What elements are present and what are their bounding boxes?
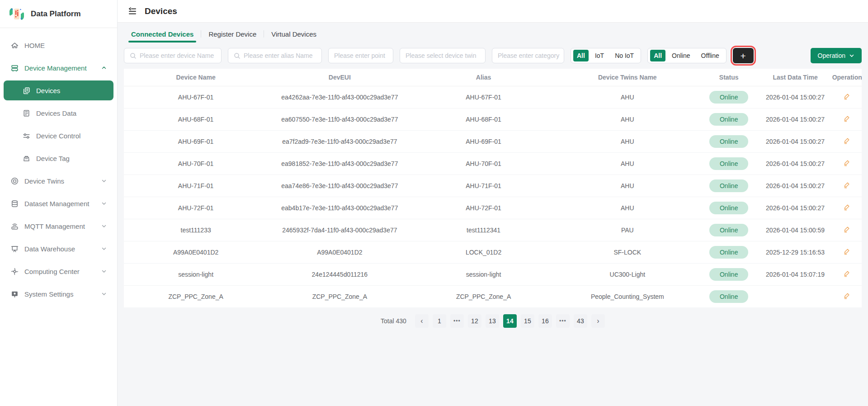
tab-connected-devices[interactable]: Connected Devices [124,23,201,45]
cell-status: Online [699,175,759,197]
cell-deveui: eab4b17e-7e3e-11f0-af43-000c29ad3e77 [268,197,411,219]
status-badge: Online [709,224,748,236]
sidebar-item-label: Device Twins [24,177,95,185]
status-option-online[interactable]: Online [667,50,694,61]
device-name-search-input[interactable]: Please enter device Name [124,48,222,63]
app-root: Data Platform HOME Device Management Dev… [0,0,868,406]
computing-center-icon [10,267,19,276]
edit-icon[interactable] [843,203,851,211]
point-input[interactable]: Please enter point [328,48,393,63]
sidebar-item-label: Devices [36,87,107,94]
iot-option-no-iot[interactable]: No IoT [610,50,638,61]
iot-option-iot[interactable]: IoT [590,50,609,61]
sidebar-item-label: Computing Center [24,268,95,275]
ellipsis-pages[interactable]: ••• [450,314,464,328]
edit-icon[interactable] [843,225,851,233]
page-button[interactable]: 1 [433,314,446,328]
sidebar-item-system-settings[interactable]: System Settings [4,284,113,304]
chevron-left-icon[interactable]: ‹ [415,314,429,328]
tab-virtual-devices[interactable]: Virtual Devices [264,23,324,45]
page-button[interactable]: 14 [503,314,517,328]
edit-icon[interactable] [843,247,851,255]
edit-icon[interactable] [843,92,851,100]
table-row[interactable]: session-light 24e124445d011216 session-l… [124,263,862,285]
table-row[interactable]: ZCP_PPC_Zone_A ZCP_PPC_Zone_A ZCP_PPC_Zo… [124,285,862,307]
alias-search-input[interactable]: Please enter alias Name [228,48,322,63]
sidebar-item-devices-data[interactable]: Devices Data [4,103,113,123]
operation-dropdown-button[interactable]: Operation [811,48,862,63]
cell-device-twins-name: UC300-Light [556,263,699,285]
sidebar-item-computing-center[interactable]: Computing Center [4,261,113,281]
cell-operation [832,219,862,241]
sidebar-item-device-control[interactable]: Device Control [4,126,113,146]
sidebar-item-device-twins[interactable]: Device Twins [4,171,113,191]
cell-status: Online [699,86,759,108]
chevron-right-icon[interactable]: › [591,314,605,328]
chevron-up-icon [101,65,107,71]
home-icon [10,41,19,50]
table-row[interactable]: test111233 2465932f-7da4-11f0-af43-000c2… [124,219,862,241]
sidebar-item-device-tag[interactable]: Device Tag [4,148,113,168]
iot-option-all[interactable]: All [573,50,589,61]
page-button[interactable]: 43 [574,314,587,328]
status-badge: Online [709,246,748,259]
ellipsis-pages[interactable]: ••• [556,314,570,328]
page-button[interactable]: 15 [521,314,534,328]
edit-icon[interactable] [843,159,851,167]
sidebar-item-data-warehouse[interactable]: Data Warehouse [4,239,113,259]
cell-status: Online [699,285,759,307]
table-row[interactable]: AHU-70F-01 ea981852-7e3e-11f0-af43-000c2… [124,152,862,175]
edit-icon[interactable] [843,114,851,123]
chevron-down-icon [101,223,107,229]
sidebar-item-dataset-management[interactable]: Dataset Management [4,194,113,213]
sidebar-item-mqtt-management[interactable]: MQTT Management [4,216,113,236]
cell-operation [832,86,862,108]
cell-device-name: AHU-69F-01 [124,130,268,152]
table-row[interactable]: AHU-71F-01 eaa74e86-7e3e-11f0-af43-000c2… [124,175,862,197]
cell-status: Online [699,197,759,219]
cell-status: Online [699,152,759,175]
page-button[interactable]: 16 [538,314,552,328]
status-badge: Online [709,268,748,281]
chevron-down-icon [101,245,107,252]
sidebar-item-device-management[interactable]: Device Management [4,58,113,78]
collapse-menu-icon[interactable] [127,6,137,16]
table-row[interactable]: AHU-67F-01 ea4262aa-7e3e-11f0-af43-000c2… [124,86,862,108]
status-badge: Online [709,202,748,214]
cell-alias: AHU-69F-01 [411,130,555,152]
category-input[interactable]: Please enter category [492,48,564,63]
chevron-down-icon [101,291,107,297]
cell-last-data-time: 2025-12-29 15:16:53 [758,241,832,263]
edit-icon[interactable] [843,269,851,278]
edit-icon[interactable] [843,292,851,300]
sidebar-item-home[interactable]: HOME [4,35,113,55]
col-last-data-time: Last Data Time [758,69,832,86]
brand: Data Platform [0,0,117,28]
sidebar-item-devices[interactable]: Devices [4,80,113,100]
table-row[interactable]: A99A0E0401D2 A99A0E0401D2 LOCK_01D2 SF-L… [124,241,862,263]
cell-last-data-time: 2026-01-04 15:00:59 [758,219,832,241]
cell-device-twins-name: AHU [556,108,699,130]
cell-deveui: eaa74e86-7e3e-11f0-af43-000c29ad3e77 [268,175,411,197]
edit-icon[interactable] [843,181,851,189]
col-status: Status [699,69,759,86]
tab-register-device[interactable]: Register Device [201,23,264,45]
placeholder-text: Please enter alias Name [244,52,313,59]
page-button[interactable]: 13 [486,314,499,328]
chevron-down-icon [101,178,107,184]
cell-device-twins-name: AHU [556,130,699,152]
table-row[interactable]: AHU-69F-01 ea7f2ad9-7e3e-11f0-af43-000c2… [124,130,862,152]
table-row[interactable]: AHU-68F-01 ea607550-7e3e-11f0-af43-000c2… [124,108,862,130]
brand-name: Data Platform [31,9,81,19]
device-twin-select[interactable]: Please select device twin [400,48,486,63]
edit-icon[interactable] [843,137,851,145]
table-row[interactable]: AHU-72F-01 eab4b17e-7e3e-11f0-af43-000c2… [124,197,862,219]
system-settings-icon [10,289,19,298]
add-device-button[interactable]: + [733,48,754,63]
page-button[interactable]: 12 [468,314,481,328]
highlight-box: + [733,48,754,63]
pagination-total: Total 430 [381,317,406,325]
status-option-offline[interactable]: Offline [697,50,724,61]
cell-alias: test1112341 [411,219,555,241]
status-option-all[interactable]: All [650,50,665,61]
